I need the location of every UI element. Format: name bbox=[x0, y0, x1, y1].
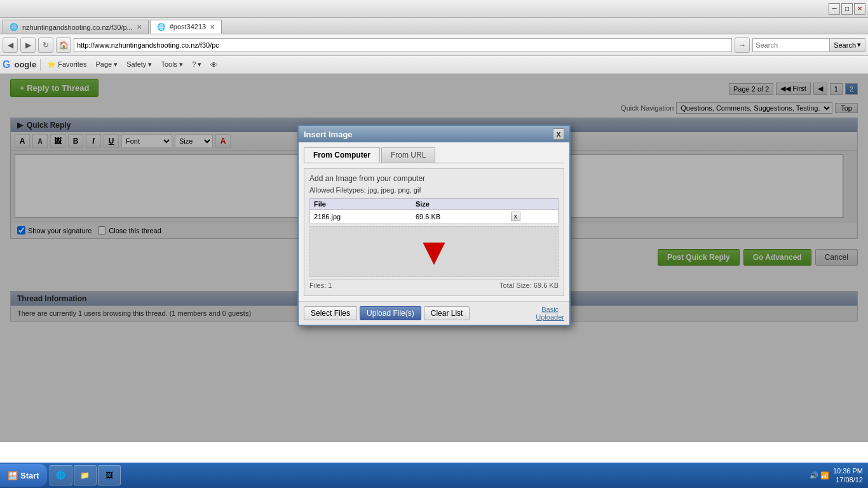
taskbar-app-explorer[interactable]: 📁 bbox=[74, 465, 97, 485]
drop-area[interactable]: ▼ bbox=[309, 226, 559, 277]
refresh-button[interactable]: ↻ bbox=[38, 37, 53, 53]
select-files-button[interactable]: Select Files bbox=[304, 306, 357, 320]
total-size: Total Size: 69.6 KB bbox=[499, 281, 559, 289]
upload-desc-1: Add an Image from your computer bbox=[309, 174, 559, 183]
file-row: 2186.jpg 69.6 KB x bbox=[310, 210, 559, 224]
taskbar-app-image[interactable]: 🖼 bbox=[98, 465, 121, 485]
col-remove-header bbox=[507, 199, 559, 210]
tab-2-close[interactable]: ✕ bbox=[210, 24, 215, 30]
files-count: Files: 1 bbox=[309, 281, 332, 289]
clock-date: 17/08/12 bbox=[833, 475, 863, 484]
windows-logo: 🪟 bbox=[8, 471, 18, 480]
dialog-footer-buttons: Select Files Upload File(s) Clear List bbox=[304, 306, 470, 320]
maximize-button[interactable]: □ bbox=[841, 3, 853, 15]
forward-button[interactable]: ▶ bbox=[20, 37, 36, 53]
modal-overlay: Insert Image x From Computer From URL Ad… bbox=[0, 74, 868, 442]
tab-2-label: #post34213 bbox=[170, 23, 207, 30]
start-button[interactable]: 🪟 Start bbox=[0, 464, 47, 487]
titlebar-controls: ─ □ ✕ bbox=[829, 3, 865, 15]
upload-files-button[interactable]: Upload File(s) bbox=[360, 306, 421, 320]
safety-btn[interactable]: Safety ▾ bbox=[124, 59, 154, 70]
taskbar: 🪟 Start 🌐 📁 🖼 🔊 📶 10:36 PM 17/08/12 bbox=[0, 463, 868, 488]
search-label: Search bbox=[834, 41, 856, 49]
clock-time: 10:36 PM bbox=[833, 466, 863, 475]
tab-2-favicon: 🌐 bbox=[157, 23, 166, 31]
insert-image-dialog: Insert Image x From Computer From URL Ad… bbox=[297, 125, 571, 326]
browser-titlebar: ─ □ ✕ bbox=[0, 0, 868, 18]
close-button[interactable]: ✕ bbox=[854, 3, 865, 15]
tab-bar: 🌐 nzhuntingandshooting.co.nz/f30/p... ✕ … bbox=[0, 18, 868, 34]
help-btn[interactable]: ? ▾ bbox=[189, 59, 204, 70]
dialog-tabs: From Computer From URL bbox=[304, 147, 564, 163]
basic-uploader-link[interactable]: BasicUploader bbox=[536, 306, 564, 321]
taskbar-time: 10:36 PM 17/08/12 bbox=[833, 466, 863, 485]
drop-arrow: ▼ bbox=[415, 233, 452, 271]
minimize-button[interactable]: ─ bbox=[829, 3, 840, 15]
dialog-body: From Computer From URL Add an Image from… bbox=[299, 142, 569, 301]
tab-1-label: nzhuntingandshooting.co.nz/f30/p... bbox=[22, 24, 133, 31]
back-button[interactable]: ◀ bbox=[3, 37, 18, 53]
dialog-title: Insert Image bbox=[304, 130, 353, 139]
search-input[interactable] bbox=[753, 39, 829, 51]
favorites-btn[interactable]: ⭐ Favorites bbox=[44, 59, 89, 70]
upload-area: Add an Image from your computer Allowed … bbox=[304, 168, 564, 296]
dialog-footer: Select Files Upload File(s) Clear List B… bbox=[299, 301, 569, 325]
taskbar-apps: 🌐 📁 🖼 bbox=[50, 465, 804, 485]
tab-1-close[interactable]: ✕ bbox=[137, 24, 142, 30]
address-input[interactable] bbox=[74, 38, 732, 52]
page-btn[interactable]: Page ▾ bbox=[93, 59, 120, 70]
upload-desc-2: Allowed Filetypes: jpg, jpeg, png, gif bbox=[309, 186, 559, 194]
tray-icons: 🔊 📶 bbox=[810, 471, 829, 480]
dialog-close-button[interactable]: x bbox=[553, 128, 564, 140]
tab-from-url[interactable]: From URL bbox=[381, 147, 435, 163]
address-bar: ◀ ▶ ↻ 🏠 → Search ▾ bbox=[0, 34, 868, 56]
remove-file-button[interactable]: x bbox=[511, 212, 520, 221]
clear-list-button[interactable]: Clear List bbox=[424, 306, 470, 320]
search-box: Search ▾ bbox=[752, 38, 865, 52]
col-size-header: Size bbox=[412, 199, 507, 210]
tab-2[interactable]: 🌐 #post34213 ✕ bbox=[150, 20, 222, 34]
tab-from-computer[interactable]: From Computer bbox=[304, 147, 380, 163]
go-button[interactable]: → bbox=[735, 37, 750, 53]
accessibility-btn[interactable]: 👁 bbox=[208, 60, 220, 70]
page-content: + Reply to Thread Page 2 of 2 ◀◀ First ◀… bbox=[0, 74, 868, 442]
file-name-cell: 2186.jpg bbox=[310, 210, 412, 224]
toolbar-separator-1 bbox=[40, 59, 41, 71]
taskbar-tray: 🔊 📶 10:36 PM 17/08/12 bbox=[804, 466, 868, 485]
home-button[interactable]: 🏠 bbox=[56, 37, 71, 53]
file-table: File Size 2186.jpg 69.6 KB x bbox=[309, 198, 559, 224]
tab-1[interactable]: 🌐 nzhuntingandshooting.co.nz/f30/p... ✕ bbox=[3, 20, 149, 34]
upload-status: Files: 1 Total Size: 69.6 KB bbox=[309, 280, 559, 290]
google-text: oogle bbox=[14, 60, 36, 69]
tab-1-favicon: 🌐 bbox=[10, 23, 18, 31]
tools-btn[interactable]: Tools ▾ bbox=[158, 59, 186, 70]
start-label: Start bbox=[20, 471, 39, 480]
dialog-titlebar: Insert Image x bbox=[299, 126, 569, 142]
search-button[interactable]: Search ▾ bbox=[829, 39, 865, 51]
file-size-cell: 69.6 KB bbox=[412, 210, 507, 224]
ie-toolbar: G oogle ⭐ Favorites Page ▾ Safety ▾ Tool… bbox=[0, 56, 868, 74]
col-file-header: File bbox=[310, 199, 412, 210]
taskbar-app-ie[interactable]: 🌐 bbox=[50, 465, 72, 485]
google-logo: G bbox=[3, 59, 10, 71]
